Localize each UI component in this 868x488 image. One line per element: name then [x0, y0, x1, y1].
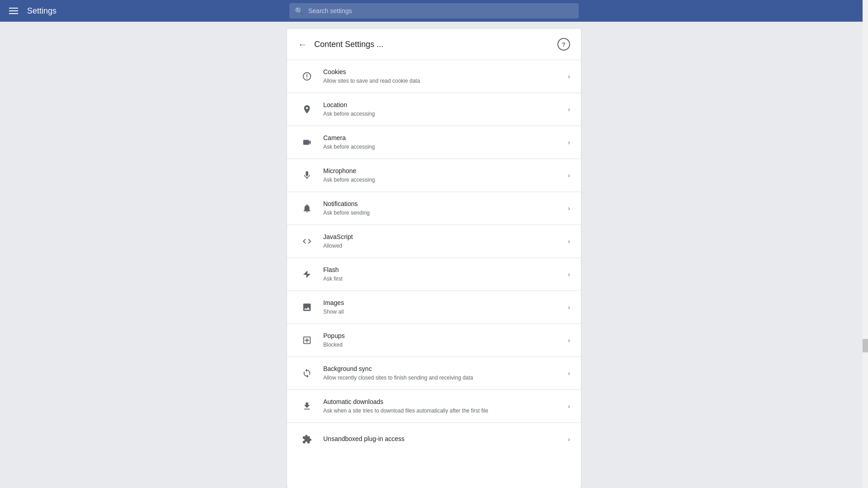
sync-icon — [298, 364, 316, 382]
item-title-javascript: JavaScript — [323, 233, 564, 242]
settings-item-images[interactable]: ImagesShow all› — [287, 291, 581, 324]
item-subtitle-javascript: Allowed — [323, 242, 564, 250]
notifications-icon — [298, 199, 316, 217]
item-text-camera: CameraAsk before accessing — [323, 134, 564, 151]
scrollbar-thumb[interactable] — [863, 339, 868, 352]
cookie-icon — [298, 67, 316, 85]
item-title-cookies: Cookies — [323, 68, 564, 77]
settings-item-location[interactable]: LocationAsk before accessing› — [287, 93, 581, 126]
settings-item-cookies[interactable]: CookiesAllow sites to save and read cook… — [287, 60, 581, 93]
item-text-automatic-downloads: Automatic downloadsAsk when a site tries… — [323, 398, 564, 415]
item-title-images: Images — [323, 299, 564, 308]
item-text-javascript: JavaScriptAllowed — [323, 233, 564, 250]
settings-item-javascript[interactable]: JavaScriptAllowed› — [287, 225, 581, 258]
item-arrow-images: › — [568, 304, 570, 311]
settings-item-microphone[interactable]: MicrophoneAsk before accessing› — [287, 159, 581, 192]
location-icon — [298, 100, 316, 118]
settings-item-flash[interactable]: FlashAsk first› — [287, 258, 581, 291]
item-subtitle-background-sync: Allow recently closed sites to finish se… — [323, 374, 564, 382]
flash-icon — [298, 265, 316, 283]
item-title-camera: Camera — [323, 134, 564, 143]
item-title-flash: Flash — [323, 266, 564, 275]
images-icon — [298, 298, 316, 316]
item-subtitle-microphone: Ask before accessing — [323, 176, 564, 184]
settings-item-automatic-downloads[interactable]: Automatic downloadsAsk when a site tries… — [287, 390, 581, 423]
item-arrow-automatic-downloads: › — [568, 403, 570, 410]
item-subtitle-camera: Ask before accessing — [323, 143, 564, 151]
settings-item-notifications[interactable]: NotificationsAsk before sending› — [287, 192, 581, 225]
item-subtitle-location: Ask before accessing — [323, 110, 564, 118]
item-text-microphone: MicrophoneAsk before accessing — [323, 167, 564, 184]
panel-header-left: ← Content Settings ... — [298, 39, 383, 50]
item-arrow-flash: › — [568, 271, 570, 278]
item-title-location: Location — [323, 101, 564, 110]
item-title-automatic-downloads: Automatic downloads — [323, 398, 564, 407]
item-text-background-sync: Background syncAllow recently closed sit… — [323, 365, 564, 382]
item-text-images: ImagesShow all — [323, 299, 564, 316]
javascript-icon — [298, 232, 316, 250]
item-title-popups: Popups — [323, 332, 564, 341]
settings-item-camera[interactable]: CameraAsk before accessing› — [287, 126, 581, 159]
item-text-location: LocationAsk before accessing — [323, 101, 564, 118]
item-title-notifications: Notifications — [323, 200, 564, 209]
scrollbar-track — [863, 0, 868, 488]
item-arrow-camera: › — [568, 139, 570, 146]
topbar: Settings 🔍 — [0, 0, 868, 22]
settings-item-popups[interactable]: PopupsBlocked› — [287, 324, 581, 357]
plugin-icon — [298, 430, 316, 448]
item-subtitle-notifications: Ask before sending — [323, 209, 564, 217]
item-title-unsandboxed-plugins: Unsandboxed plug-in access — [323, 435, 564, 444]
content-panel: ← Content Settings ... ? CookiesAllow si… — [287, 29, 581, 488]
help-icon[interactable]: ? — [557, 38, 570, 51]
item-text-popups: PopupsBlocked — [323, 332, 564, 349]
item-text-cookies: CookiesAllow sites to save and read cook… — [323, 68, 564, 85]
settings-item-unsandboxed-plugins[interactable]: Unsandboxed plug-in access› — [287, 423, 581, 455]
item-arrow-background-sync: › — [568, 370, 570, 377]
item-title-background-sync: Background sync — [323, 365, 564, 374]
item-subtitle-flash: Ask first — [323, 275, 564, 283]
item-arrow-cookies: › — [568, 73, 570, 80]
search-bar: 🔍 — [289, 3, 579, 19]
item-subtitle-images: Show all — [323, 308, 564, 316]
item-title-microphone: Microphone — [323, 167, 564, 176]
item-arrow-microphone: › — [568, 172, 570, 179]
item-text-notifications: NotificationsAsk before sending — [323, 200, 564, 217]
menu-icon[interactable] — [7, 6, 20, 16]
main-content: ← Content Settings ... ? CookiesAllow si… — [0, 22, 868, 488]
search-input[interactable] — [308, 7, 573, 14]
search-icon: 🔍 — [295, 7, 304, 15]
app-title: Settings — [27, 6, 57, 16]
item-arrow-location: › — [568, 106, 570, 113]
item-text-flash: FlashAsk first — [323, 266, 564, 283]
back-button[interactable]: ← — [298, 39, 307, 50]
item-arrow-unsandboxed-plugins: › — [568, 436, 570, 443]
panel-header: ← Content Settings ... ? — [287, 29, 581, 60]
popups-icon — [298, 331, 316, 349]
item-text-unsandboxed-plugins: Unsandboxed plug-in access — [323, 435, 564, 444]
item-subtitle-cookies: Allow sites to save and read cookie data — [323, 77, 564, 85]
item-arrow-javascript: › — [568, 238, 570, 245]
item-subtitle-automatic-downloads: Ask when a site tries to download files … — [323, 407, 564, 415]
camera-icon — [298, 133, 316, 151]
item-arrow-notifications: › — [568, 205, 570, 212]
download-icon — [298, 397, 316, 415]
settings-item-background-sync[interactable]: Background syncAllow recently closed sit… — [287, 357, 581, 390]
item-subtitle-popups: Blocked — [323, 341, 564, 349]
panel-title: Content Settings ... — [314, 40, 383, 49]
microphone-icon — [298, 166, 316, 184]
item-arrow-popups: › — [568, 337, 570, 344]
settings-list: CookiesAllow sites to save and read cook… — [287, 60, 581, 455]
